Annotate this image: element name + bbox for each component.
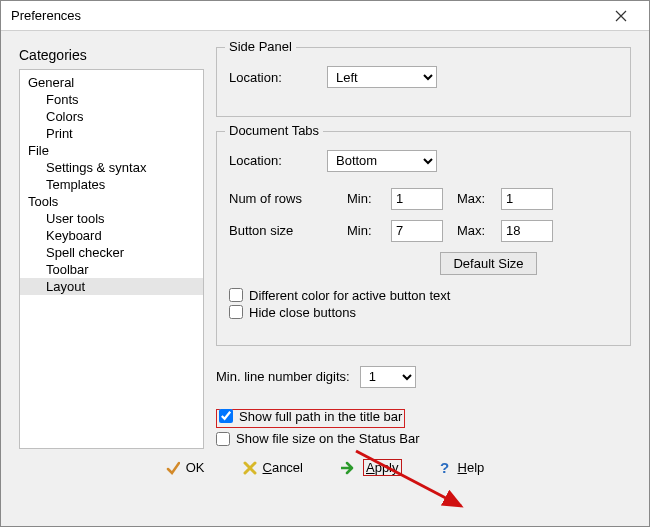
- svg-text:?: ?: [440, 460, 449, 476]
- tree-item-spell-checker[interactable]: Spell checker: [20, 244, 203, 261]
- diff-color-checkbox[interactable]: [229, 288, 243, 302]
- apply-highlight: Apply: [363, 459, 402, 476]
- categories-group: Categories General Fonts Colors Print Fi…: [19, 47, 204, 447]
- tree-item-fonts[interactable]: Fonts: [20, 91, 203, 108]
- close-icon: [615, 10, 627, 22]
- rows-min-input[interactable]: [391, 188, 443, 210]
- categories-tree: General Fonts Colors Print File Settings…: [20, 70, 203, 448]
- help-label: Help: [458, 460, 485, 475]
- doc-location-select[interactable]: Bottom: [327, 150, 437, 172]
- min-digits-select[interactable]: 1: [360, 366, 416, 388]
- side-location-select[interactable]: Left: [327, 66, 437, 88]
- numrows-label: Num of rows: [229, 191, 339, 206]
- dialog-body: Categories General Fonts Colors Print Fi…: [1, 31, 649, 526]
- tree-item-templates[interactable]: Templates: [20, 176, 203, 193]
- ok-button[interactable]: OK: [160, 457, 211, 478]
- size-max-label: Max:: [457, 223, 493, 238]
- tree-item-layout[interactable]: Layout: [20, 278, 203, 295]
- settings-panel: Side Panel Location: Left Document Tabs …: [216, 47, 631, 447]
- size-min-label: Min:: [347, 223, 383, 238]
- side-panel-title: Side Panel: [225, 39, 296, 54]
- tree-item-file[interactable]: File: [20, 142, 203, 159]
- tree-item-tools[interactable]: Tools: [20, 193, 203, 210]
- show-path-checkbox[interactable]: [219, 409, 233, 423]
- rows-min-label: Min:: [347, 191, 383, 206]
- cancel-label: Cancel: [263, 460, 303, 475]
- check-icon: [166, 461, 180, 475]
- ok-label: OK: [186, 460, 205, 475]
- min-digits-label: Min. line number digits:: [216, 369, 350, 384]
- tree-item-settings-syntax[interactable]: Settings & syntax: [20, 159, 203, 176]
- rows-max-input[interactable]: [501, 188, 553, 210]
- doc-tabs-title: Document Tabs: [225, 123, 323, 138]
- apply-label: Apply: [366, 460, 399, 475]
- tree-item-user-tools[interactable]: User tools: [20, 210, 203, 227]
- tree-item-toolbar[interactable]: Toolbar: [20, 261, 203, 278]
- tree-item-print[interactable]: Print: [20, 125, 203, 142]
- tree-item-colors[interactable]: Colors: [20, 108, 203, 125]
- dialog-buttons: OK Cancel Apply ? Help: [19, 447, 631, 490]
- default-size-button[interactable]: Default Size: [440, 252, 536, 275]
- size-max-input[interactable]: [501, 220, 553, 242]
- categories-title: Categories: [19, 47, 204, 63]
- show-path-label: Show full path in the title bar: [239, 409, 402, 424]
- show-size-label: Show file size on the Status Bar: [236, 431, 420, 446]
- window-title: Preferences: [11, 8, 81, 23]
- tree-item-general[interactable]: General: [20, 74, 203, 91]
- tree-item-keyboard[interactable]: Keyboard: [20, 227, 203, 244]
- apply-button[interactable]: Apply: [335, 457, 408, 478]
- show-size-checkbox[interactable]: [216, 432, 230, 446]
- show-path-highlight: Show full path in the title bar: [216, 409, 405, 428]
- preferences-window: Preferences Categories General Fonts Col…: [0, 0, 650, 527]
- document-tabs-group: Document Tabs Location: Bottom Num of ro…: [216, 131, 631, 346]
- side-panel-group: Side Panel Location: Left: [216, 47, 631, 117]
- diff-color-label: Different color for active button text: [249, 288, 450, 303]
- cancel-button[interactable]: Cancel: [237, 457, 309, 478]
- size-min-input[interactable]: [391, 220, 443, 242]
- close-button[interactable]: [601, 1, 641, 30]
- titlebar: Preferences: [1, 1, 649, 31]
- doc-location-label: Location:: [229, 153, 319, 168]
- help-icon: ?: [440, 460, 452, 476]
- hide-close-label: Hide close buttons: [249, 305, 356, 320]
- apply-icon: [341, 461, 357, 475]
- buttonsize-label: Button size: [229, 223, 339, 238]
- help-button[interactable]: ? Help: [434, 457, 491, 478]
- side-location-label: Location:: [229, 70, 319, 85]
- hide-close-checkbox[interactable]: [229, 305, 243, 319]
- cancel-icon: [243, 461, 257, 475]
- rows-max-label: Max:: [457, 191, 493, 206]
